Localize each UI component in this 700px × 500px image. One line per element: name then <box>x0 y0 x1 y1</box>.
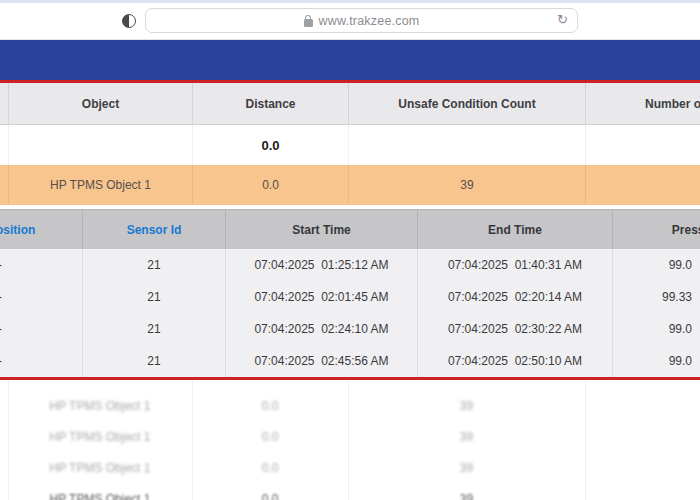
column-sliver <box>0 83 8 124</box>
cell-object <box>8 125 192 165</box>
cell-position: -- <box>0 249 82 281</box>
cell-start-time: 07:04:2025 02:45:56 AM <box>225 345 417 377</box>
summary-row-faded: HP TPMS Object 1 0.0 39 <box>0 421 700 452</box>
column-header-distance: Distance <box>192 83 348 124</box>
cell-position-value: -- <box>0 322 2 336</box>
column-header-position-label: osition <box>0 223 35 237</box>
address-bar[interactable]: www.trakzee.com ↻ <box>145 8 578 33</box>
cell-distance: 0.0 <box>192 421 348 452</box>
cell-position-value: -- <box>0 354 2 368</box>
summary-table-header: Object Distance Unsafe Condition Count N… <box>0 83 700 125</box>
cell-pressure: 99.0 <box>612 249 700 281</box>
column-header-sensor-id[interactable]: Sensor Id <box>82 210 225 249</box>
cell-start-time: 07:04:2025 02:24:10 AM <box>225 313 417 345</box>
cell-number-of <box>585 421 700 452</box>
cell-sliver <box>0 165 8 205</box>
privacy-shield-icon[interactable] <box>122 14 136 28</box>
browser-toolbar: www.trakzee.com ↻ <box>0 3 700 40</box>
cell-pressure: 99.0 <box>612 345 700 377</box>
summary-row-selected[interactable]: HP TPMS Object 1 0.0 39 <box>0 165 700 205</box>
cell-end-time: 07:04:2025 02:20:14 AM <box>417 281 612 313</box>
cell-object: HP TPMS Object 1 <box>8 483 192 500</box>
cell-object: HP TPMS Object 1 <box>8 452 192 483</box>
summary-row-faded: HP TPMS Object 1 0.0 39 <box>0 452 700 483</box>
cell-unsafe-count: 39 <box>348 483 585 500</box>
cell-unsafe-count: 39 <box>348 165 585 205</box>
column-header-position[interactable]: osition <box>0 210 82 249</box>
summary-row-faded: HP TPMS Object 1 0.0 39 <box>0 390 700 421</box>
cell-object: HP TPMS Object 1 <box>8 390 192 421</box>
cell-distance: 0.0 <box>192 483 348 500</box>
detail-table-header: osition Sensor Id Start Time End Time Pr… <box>0 209 700 249</box>
column-header-number-of: Number o <box>585 83 700 124</box>
cell-position: -- <box>0 345 82 377</box>
cell-object: HP TPMS Object 1 <box>8 421 192 452</box>
cell-unsafe-count: 39 <box>348 421 585 452</box>
cell-sliver <box>0 483 8 500</box>
cell-distance: 0.0 <box>192 125 348 165</box>
cell-sliver <box>0 421 8 452</box>
cell-start-time: 07:04:2025 02:01:45 AM <box>225 281 417 313</box>
column-header-unsafe-condition-count: Unsafe Condition Count <box>348 83 585 124</box>
column-header-object: Object <box>8 83 192 124</box>
column-header-start-time[interactable]: Start Time <box>225 210 417 249</box>
cell-sensor-id: 21 <box>82 345 225 377</box>
cell-number-of <box>585 390 700 421</box>
cell-sliver <box>0 390 8 421</box>
column-header-end-time[interactable]: End Time <box>417 210 612 249</box>
cell-sensor-id: 21 <box>82 313 225 345</box>
cell-end-time: 07:04:2025 01:40:31 AM <box>417 249 612 281</box>
cell-number-of <box>585 483 700 500</box>
app-header-bar <box>0 40 700 80</box>
cell-pressure: 99.33 <box>612 281 700 313</box>
cell-unsafe-count: 39 <box>348 390 585 421</box>
cell-number-of <box>585 165 700 205</box>
detail-row: -- 21 07:04:2025 02:45:56 AM 07:04:2025 … <box>0 345 700 377</box>
cell-start-time: 07:04:2025 01:25:12 AM <box>225 249 417 281</box>
cell-end-time: 07:04:2025 02:50:10 AM <box>417 345 612 377</box>
cell-object: HP TPMS Object 1 <box>8 165 192 205</box>
cell-position: -- <box>0 313 82 345</box>
cell-number-of <box>585 125 700 165</box>
lock-icon <box>304 19 313 27</box>
cell-distance: 0.0 <box>192 452 348 483</box>
url-text: www.trakzee.com <box>319 14 420 28</box>
cell-unsafe-count: 39 <box>348 452 585 483</box>
detail-row: -- 21 07:04:2025 01:25:12 AM 07:04:2025 … <box>0 249 700 281</box>
column-header-pressure[interactable]: Pressure <box>612 210 700 249</box>
cell-sliver <box>0 452 8 483</box>
detail-table-body: -- 21 07:04:2025 01:25:12 AM 07:04:2025 … <box>0 249 700 377</box>
summary-row-faded-partial: HP TPMS Object 1 0.0 39 <box>0 483 700 500</box>
cell-position: -- <box>0 281 82 313</box>
cell-number-of <box>585 452 700 483</box>
cell-sensor-id: 21 <box>82 249 225 281</box>
cell-distance: 0.0 <box>192 165 348 205</box>
cell-pressure: 99.0 <box>612 313 700 345</box>
summary-total-row: 0.0 <box>0 125 700 165</box>
browser-window: www.trakzee.com ↻ Object Distance Unsafe… <box>0 0 700 500</box>
cell-position-value: -- <box>0 258 2 272</box>
cell-position-value: -- <box>0 290 2 304</box>
refresh-icon[interactable]: ↻ <box>557 12 568 27</box>
cell-sensor-id: 21 <box>82 281 225 313</box>
cell-unsafe-count <box>348 125 585 165</box>
faded-summary-rows: HP TPMS Object 1 0.0 39 HP TPMS Object 1… <box>0 380 700 500</box>
cell-sliver <box>0 125 8 165</box>
cell-end-time: 07:04:2025 02:30:22 AM <box>417 313 612 345</box>
cell-distance: 0.0 <box>192 390 348 421</box>
detail-row: -- 21 07:04:2025 02:01:45 AM 07:04:2025 … <box>0 281 700 313</box>
detail-row: -- 21 07:04:2025 02:24:10 AM 07:04:2025 … <box>0 313 700 345</box>
